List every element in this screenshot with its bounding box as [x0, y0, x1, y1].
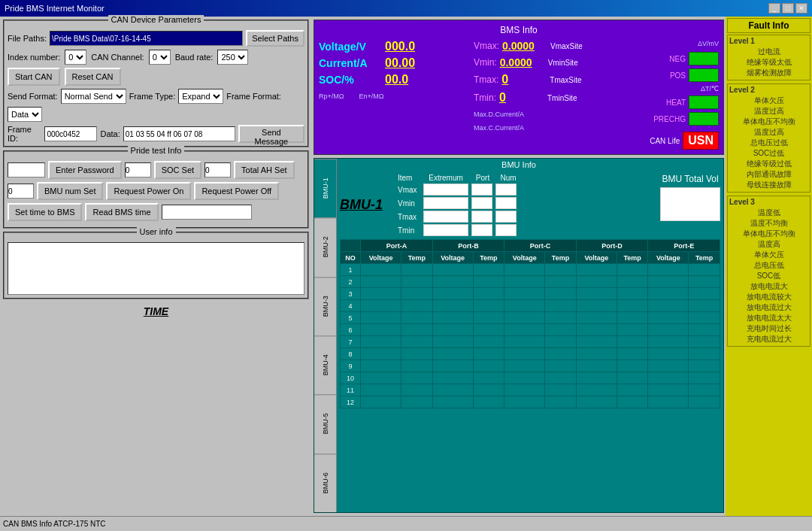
select-paths-button[interactable]: Select Paths — [246, 30, 304, 47]
enter-password-button[interactable]: Enter Password — [48, 161, 122, 179]
cell-6 — [576, 312, 617, 324]
send-message-button[interactable]: Send Message — [238, 125, 304, 143]
cell-6 — [576, 360, 617, 372]
bmu-tab-5[interactable]: BMU-5 — [314, 394, 336, 453]
cell-3 — [473, 288, 504, 300]
row-no: 7 — [341, 336, 361, 348]
bmu-name: BMU-1 — [340, 197, 383, 213]
frame-id-label: Frame ID: — [8, 125, 41, 143]
cell-6 — [576, 348, 617, 360]
bmu-tab-1[interactable]: BMU-1 — [314, 159, 336, 217]
cell-5 — [545, 288, 577, 300]
cell-6 — [576, 384, 617, 396]
minimize-button[interactable]: _ — [768, 3, 780, 14]
cell-4 — [504, 372, 545, 384]
data-input[interactable] — [123, 126, 235, 141]
cell-7 — [617, 384, 648, 396]
soc-set-input[interactable] — [125, 162, 151, 178]
fault-l3-item-5: 单体欠压 — [729, 250, 808, 260]
cell-4 — [504, 360, 545, 372]
bmu-tab-6[interactable]: BMU-6 — [314, 454, 336, 512]
tmin-label: Tmin: — [474, 93, 496, 103]
cell-6 — [576, 288, 617, 300]
bmu-num-set-button[interactable]: BMU num Set — [37, 182, 103, 200]
cell-4 — [504, 336, 545, 348]
cell-2 — [432, 384, 473, 396]
password-input[interactable] — [8, 162, 45, 178]
col-no: NO — [341, 252, 361, 264]
row-no: 11 — [341, 384, 361, 396]
send-format-label: Send Format: — [8, 92, 58, 101]
cell-7 — [617, 348, 648, 360]
cell-5 — [545, 264, 577, 276]
frame-type-select[interactable]: Expand — [178, 89, 223, 104]
bmu-tab-2[interactable]: BMU-2 — [314, 217, 336, 276]
table-row: 1 — [341, 264, 720, 276]
bmu-tab-4[interactable]: BMU-4 — [314, 335, 336, 394]
fault-l2-item-3: 单体电压不均衡 — [729, 117, 808, 127]
bmu-tab-3[interactable]: BMU-3 — [314, 277, 336, 335]
fault-l3-item-4: 温度高 — [729, 239, 808, 250]
cell-7 — [617, 276, 648, 288]
tmax-label: Tmax: — [474, 74, 498, 85]
time-label: TIME — [144, 305, 168, 317]
tmax-site: TmaxSite — [550, 76, 581, 84]
start-can-button[interactable]: Start CAN — [8, 68, 60, 86]
bmu-num-input[interactable] — [8, 184, 34, 199]
no-header — [341, 240, 361, 252]
index-select[interactable]: 0 — [65, 50, 86, 65]
vmax-extremum — [423, 184, 468, 196]
time-section: TIME — [3, 302, 309, 320]
maximize-button[interactable]: □ — [782, 3, 794, 14]
cell-0 — [361, 264, 401, 276]
cell-2 — [432, 324, 473, 336]
cell-5 — [545, 372, 577, 384]
read-bms-time-button[interactable]: Read BMS time — [85, 203, 158, 221]
fault-l3-item-9: 放电电流较大 — [729, 292, 808, 302]
frame-id-input[interactable] — [44, 126, 97, 141]
fault-l1-item-2: 绝缘等级太低 — [729, 57, 808, 68]
cell-0 — [361, 288, 401, 300]
baud-select[interactable]: 250 — [217, 50, 248, 65]
set-time-button[interactable]: Set time to BMS — [8, 203, 82, 221]
table-row: 5 — [341, 312, 720, 324]
voltage-label: Voltage/V — [319, 41, 379, 53]
cell-7 — [617, 300, 648, 312]
send-format-select[interactable]: Normal Send — [61, 89, 126, 104]
close-button[interactable]: ✕ — [795, 3, 807, 14]
reset-can-button[interactable]: Reset CAN — [65, 68, 121, 86]
channel-select[interactable]: 0 — [149, 50, 171, 65]
fault-info-title: Fault Info — [727, 18, 810, 33]
total-ah-button[interactable]: Total AH Set — [234, 161, 295, 179]
fault-l3-item-3: 单体电压不均衡 — [729, 229, 808, 239]
soc-set-button[interactable]: SOC Set — [154, 161, 201, 179]
title-bar-buttons: _ □ ✕ — [768, 3, 807, 14]
fault-l3-item-1: 温度低 — [729, 208, 808, 218]
cell-8 — [648, 264, 689, 276]
pride-test-section: Pride test Info Enter Password SOC Set T… — [3, 150, 309, 229]
request-power-on-button[interactable]: Request Power On — [106, 182, 191, 200]
cell-4 — [504, 288, 545, 300]
cell-3 — [473, 336, 504, 348]
current-value: 00.00 — [385, 56, 438, 70]
request-power-off-button[interactable]: Request Power Off — [194, 182, 279, 200]
tmin-extremum — [423, 224, 468, 236]
time-display-input[interactable] — [162, 205, 252, 220]
cell-5 — [545, 336, 577, 348]
cell-9 — [689, 348, 720, 360]
cell-9 — [689, 324, 720, 336]
frame-type-label: Frame Type: — [129, 92, 176, 101]
file-path-input[interactable] — [50, 31, 243, 46]
cell-5 — [545, 300, 577, 312]
bmu-info-title: BMU Info — [501, 160, 536, 169]
max-d-label: Max.D.Current/A — [474, 111, 524, 118]
table-row: 6 — [341, 324, 720, 336]
heat-indicator — [689, 96, 719, 109]
col-voltage-d: Voltage — [576, 252, 617, 264]
cell-8 — [648, 360, 689, 372]
total-ah-input[interactable] — [205, 162, 231, 178]
frame-format-select[interactable]: Data — [8, 107, 42, 122]
vmin-site: VminSite — [548, 59, 578, 67]
fault-l2-item-2: 温度过高 — [729, 106, 808, 117]
cell-9 — [689, 276, 720, 288]
